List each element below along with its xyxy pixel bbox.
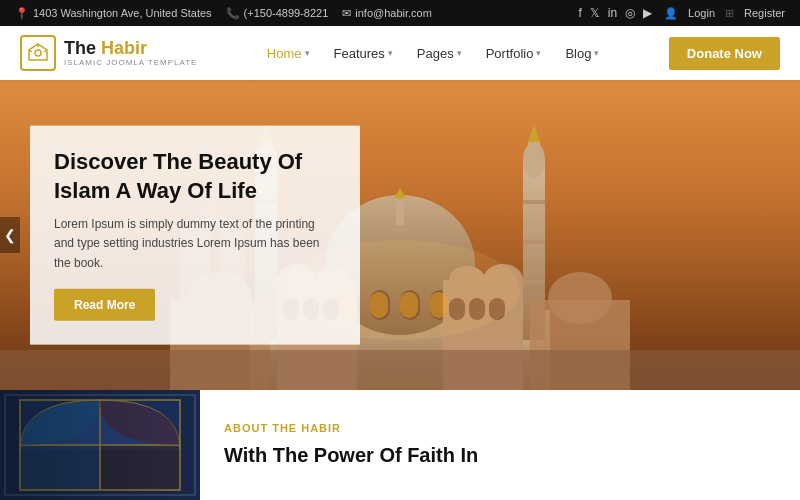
- twitter-icon[interactable]: 𝕏: [590, 6, 600, 20]
- read-more-button[interactable]: Read More: [54, 288, 155, 320]
- about-content: ABOUT THE HABIR With The Power Of Faith …: [200, 390, 800, 500]
- svg-rect-51: [370, 292, 388, 318]
- about-label: ABOUT THE HABIR: [224, 422, 776, 434]
- nav-item-portfolio[interactable]: Portfolio ▾: [476, 40, 552, 67]
- main-nav: The Habir ISLAMIC JOOMLA TEMPLATE Home ▾…: [0, 26, 800, 80]
- svg-rect-22: [523, 240, 545, 244]
- nav-portfolio-label: Portfolio: [486, 46, 534, 61]
- email-icon: ✉: [342, 7, 351, 20]
- nav-item-blog[interactable]: Blog ▾: [555, 40, 609, 67]
- svg-rect-21: [523, 200, 545, 204]
- svg-point-47: [548, 272, 612, 324]
- nav-links: Home ▾ Features ▾ Pages ▾ Portfolio ▾ Bl…: [257, 40, 610, 67]
- address-text: 1403 Washington Ave, United States: [33, 7, 212, 19]
- logo-icon: [20, 35, 56, 71]
- phone-item: 📞 (+150-4899-8221: [226, 7, 329, 20]
- user-icon: 👤: [664, 7, 678, 20]
- about-title-text: With The Power Of Faith In: [224, 444, 478, 466]
- logo-subtitle: ISLAMIC JOOMLA TEMPLATE: [64, 59, 197, 68]
- phone-text: (+150-4899-8221: [244, 7, 329, 19]
- phone-icon: 📞: [226, 7, 240, 20]
- about-title: With The Power Of Faith In: [224, 442, 776, 468]
- top-bar: 📍 1403 Washington Ave, United States 📞 (…: [0, 0, 800, 26]
- arrow-left-icon: ❮: [4, 227, 16, 243]
- svg-rect-19: [528, 142, 540, 162]
- hero-title: Discover The Beauty Of Islam A Way Of Li…: [54, 148, 336, 205]
- bottom-section: ABOUT THE HABIR With The Power Of Faith …: [0, 390, 800, 500]
- nav-item-pages[interactable]: Pages ▾: [407, 40, 472, 67]
- nav-pages-label: Pages: [417, 46, 454, 61]
- nav-pages-arrow: ▾: [457, 48, 462, 58]
- location-icon: 📍: [15, 7, 29, 20]
- instagram-icon[interactable]: ◎: [625, 6, 635, 20]
- about-image: [0, 390, 200, 500]
- slider-prev-button[interactable]: ❮: [0, 217, 20, 253]
- logo-habir: Habir: [101, 38, 147, 58]
- nav-features-label: Features: [334, 46, 385, 61]
- logo-area[interactable]: The Habir ISLAMIC JOOMLA TEMPLATE: [20, 35, 197, 71]
- hero-title-line1: Discover The Beauty Of: [54, 149, 302, 174]
- address-item: 📍 1403 Washington Ave, United States: [15, 7, 212, 20]
- hero-section: ❮ Discover The Beauty Of Islam A Way Of …: [0, 80, 800, 390]
- svg-rect-48: [0, 350, 800, 390]
- nav-home-label: Home: [267, 46, 302, 61]
- logo-text: The Habir ISLAMIC JOOMLA TEMPLATE: [64, 39, 197, 68]
- hero-description: Lorem Ipsum is simply dummy text of the …: [54, 215, 336, 273]
- nav-item-home[interactable]: Home ▾: [257, 40, 320, 67]
- login-link[interactable]: Login: [688, 7, 715, 19]
- facebook-icon[interactable]: f: [578, 6, 581, 20]
- hero-content-box: Discover The Beauty Of Islam A Way Of Li…: [30, 126, 360, 345]
- auth-links: 👤 Login ⊞ Register: [664, 7, 785, 20]
- linkedin-icon[interactable]: in: [608, 6, 617, 20]
- svg-rect-53: [430, 292, 448, 318]
- logo-name: The Habir: [64, 39, 197, 59]
- image-overlay: [0, 390, 200, 500]
- email-item: ✉ info@habir.com: [342, 7, 432, 20]
- hero-title-line2: Islam A Way Of Life: [54, 177, 257, 202]
- nav-features-arrow: ▾: [388, 48, 393, 58]
- svg-rect-26: [396, 195, 404, 225]
- email-text: info@habir.com: [355, 7, 432, 19]
- nav-portfolio-arrow: ▾: [536, 48, 541, 58]
- social-icons: f 𝕏 in ◎ ▶: [578, 6, 652, 20]
- nav-blog-arrow: ▾: [594, 48, 599, 58]
- nav-blog-label: Blog: [565, 46, 591, 61]
- top-bar-right: f 𝕏 in ◎ ▶ 👤 Login ⊞ Register: [578, 6, 785, 20]
- svg-rect-52: [400, 292, 418, 318]
- logo-the: The: [64, 38, 96, 58]
- youtube-icon[interactable]: ▶: [643, 6, 652, 20]
- auth-separator: ⊞: [725, 7, 734, 20]
- top-bar-contacts: 📍 1403 Washington Ave, United States 📞 (…: [15, 7, 432, 20]
- nav-item-features[interactable]: Features ▾: [324, 40, 403, 67]
- donate-button[interactable]: Donate Now: [669, 37, 780, 70]
- svg-point-1: [35, 50, 41, 56]
- svg-rect-23: [523, 280, 545, 284]
- register-link[interactable]: Register: [744, 7, 785, 19]
- nav-home-arrow: ▾: [305, 48, 310, 58]
